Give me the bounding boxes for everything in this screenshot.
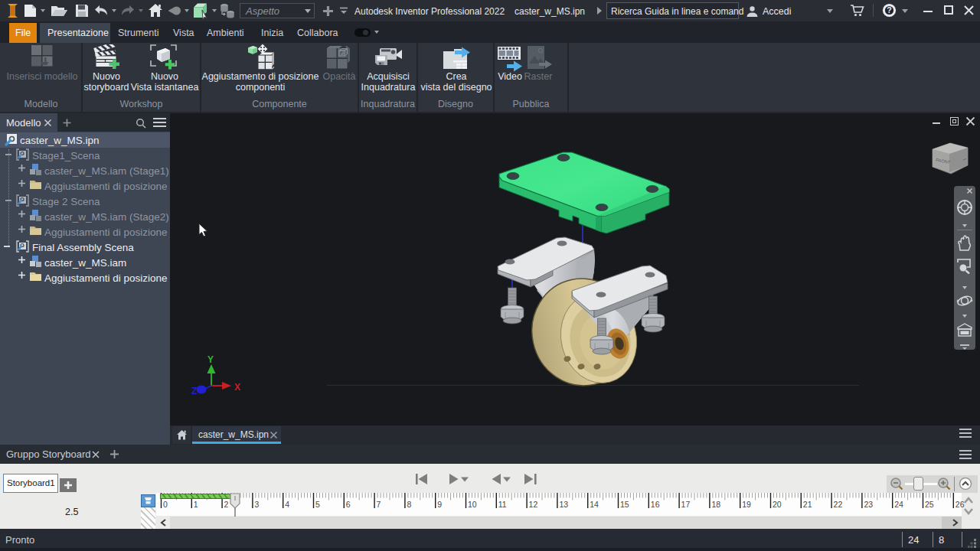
svg-text:Y: Y bbox=[207, 354, 214, 365]
svg-text:7: 7 bbox=[377, 500, 381, 509]
svg-text:20: 20 bbox=[773, 500, 782, 509]
svg-text:3: 3 bbox=[254, 500, 259, 509]
svg-text:23: 23 bbox=[864, 500, 873, 509]
svg-text:25: 25 bbox=[925, 500, 934, 509]
svg-text:17: 17 bbox=[681, 500, 691, 509]
svg-text:24: 24 bbox=[894, 500, 903, 509]
svg-text:14: 14 bbox=[590, 500, 599, 509]
svg-text:13: 13 bbox=[559, 500, 568, 509]
svg-text:4: 4 bbox=[285, 500, 289, 509]
svg-text:10: 10 bbox=[468, 500, 477, 509]
svg-text:18: 18 bbox=[711, 500, 720, 509]
svg-text:?: ? bbox=[887, 5, 891, 15]
svg-text:19: 19 bbox=[742, 500, 751, 509]
svg-text:22: 22 bbox=[834, 500, 843, 509]
svg-text:9: 9 bbox=[437, 500, 442, 509]
svg-text:2: 2 bbox=[224, 500, 229, 509]
svg-text:Z: Z bbox=[191, 386, 197, 396]
svg-text:12: 12 bbox=[529, 500, 538, 509]
svg-text:11: 11 bbox=[498, 500, 507, 509]
svg-text:X: X bbox=[234, 382, 240, 393]
svg-text:16: 16 bbox=[651, 500, 660, 509]
svg-text:1: 1 bbox=[194, 500, 198, 509]
svg-text:15: 15 bbox=[620, 500, 629, 509]
svg-text:0: 0 bbox=[163, 500, 168, 509]
svg-text:6: 6 bbox=[346, 500, 351, 509]
svg-text:5: 5 bbox=[315, 500, 320, 509]
svg-text:8: 8 bbox=[407, 500, 411, 509]
svg-text:21: 21 bbox=[803, 500, 812, 509]
